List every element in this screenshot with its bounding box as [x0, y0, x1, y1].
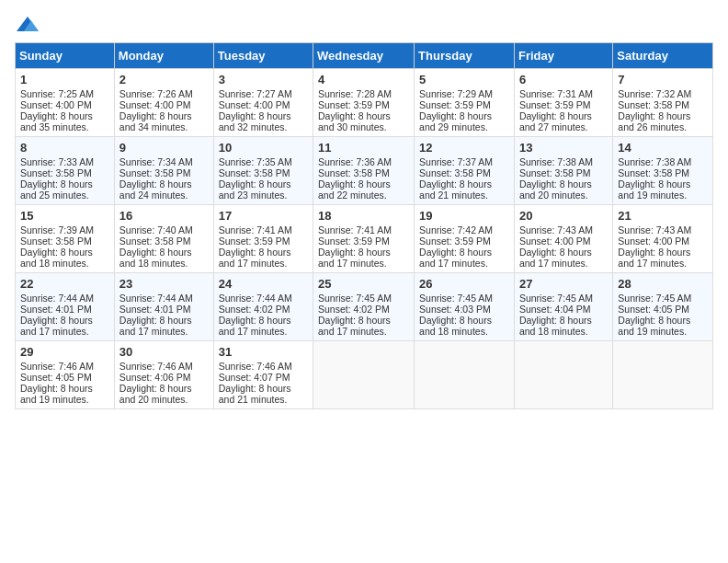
calendar-day-cell: 5Sunrise: 7:29 AMSunset: 3:59 PMDaylight…	[415, 69, 515, 137]
sunset: Sunset: 3:59 PM	[419, 236, 491, 247]
day-number: 22	[20, 277, 109, 291]
sunset: Sunset: 4:04 PM	[519, 304, 591, 315]
calendar-day-cell: 20Sunrise: 7:43 AMSunset: 4:00 PMDayligh…	[514, 205, 612, 273]
calendar-day-cell: 9Sunrise: 7:34 AMSunset: 3:58 PMDaylight…	[114, 137, 213, 205]
daylight: Daylight: 8 hours and 17 minutes.	[119, 315, 192, 337]
calendar-day-header: Sunday	[16, 43, 115, 69]
sunset: Sunset: 4:05 PM	[20, 372, 92, 383]
sunrise: Sunrise: 7:46 AM	[119, 361, 193, 372]
day-number: 18	[318, 209, 409, 223]
day-number: 28	[618, 277, 708, 291]
calendar-day-cell: 11Sunrise: 7:36 AMSunset: 3:58 PMDayligh…	[313, 137, 415, 205]
sunset: Sunset: 4:07 PM	[219, 372, 290, 383]
sunrise: Sunrise: 7:27 AM	[219, 88, 292, 99]
daylight: Daylight: 8 hours and 23 minutes.	[219, 178, 291, 201]
sunrise: Sunrise: 7:44 AM	[219, 293, 292, 304]
daylight: Daylight: 8 hours and 29 minutes.	[419, 110, 492, 132]
calendar-day-cell: 3Sunrise: 7:27 AMSunset: 4:00 PMDaylight…	[213, 69, 313, 137]
sunset: Sunset: 3:58 PM	[519, 167, 591, 178]
calendar: SundayMondayTuesdayWednesdayThursdayFrid…	[15, 42, 713, 409]
sunset: Sunset: 4:05 PM	[618, 304, 689, 315]
calendar-week-row: 8Sunrise: 7:33 AMSunset: 3:58 PMDaylight…	[16, 137, 713, 205]
daylight: Daylight: 8 hours and 19 minutes.	[618, 315, 690, 337]
day-number: 30	[119, 345, 209, 359]
page-header	[15, 15, 713, 35]
sunset: Sunset: 3:58 PM	[119, 167, 191, 178]
daylight: Daylight: 8 hours and 17 minutes.	[318, 315, 391, 337]
calendar-day-cell	[613, 341, 713, 409]
sunset: Sunset: 4:00 PM	[618, 236, 689, 247]
day-number: 27	[519, 277, 608, 291]
calendar-week-row: 1Sunrise: 7:25 AMSunset: 4:00 PMDaylight…	[16, 69, 713, 137]
calendar-day-cell: 27Sunrise: 7:45 AMSunset: 4:04 PMDayligh…	[514, 273, 612, 341]
day-number: 6	[519, 73, 608, 86]
sunset: Sunset: 4:06 PM	[119, 372, 191, 383]
calendar-week-row: 29Sunrise: 7:46 AMSunset: 4:05 PMDayligh…	[16, 341, 713, 409]
sunrise: Sunrise: 7:46 AM	[219, 361, 292, 372]
day-number: 17	[219, 209, 308, 223]
daylight: Daylight: 8 hours and 27 minutes.	[519, 110, 592, 132]
daylight: Daylight: 8 hours and 19 minutes.	[20, 383, 93, 405]
calendar-day-cell: 25Sunrise: 7:45 AMSunset: 4:02 PMDayligh…	[313, 273, 415, 341]
sunset: Sunset: 4:01 PM	[20, 304, 92, 315]
sunrise: Sunrise: 7:45 AM	[419, 293, 493, 304]
calendar-day-header: Monday	[114, 43, 213, 69]
calendar-day-cell: 7Sunrise: 7:32 AMSunset: 3:58 PMDaylight…	[613, 69, 713, 137]
daylight: Daylight: 8 hours and 17 minutes.	[219, 247, 291, 269]
sunset: Sunset: 4:00 PM	[20, 99, 92, 110]
calendar-day-cell: 15Sunrise: 7:39 AMSunset: 3:58 PMDayligh…	[16, 205, 115, 273]
sunrise: Sunrise: 7:44 AM	[20, 293, 94, 304]
calendar-day-cell: 6Sunrise: 7:31 AMSunset: 3:59 PMDaylight…	[514, 69, 612, 137]
calendar-day-header: Friday	[514, 43, 612, 69]
sunrise: Sunrise: 7:41 AM	[219, 224, 292, 236]
sunset: Sunset: 3:59 PM	[419, 99, 491, 110]
sunrise: Sunrise: 7:43 AM	[519, 224, 593, 236]
daylight: Daylight: 8 hours and 21 minutes.	[219, 383, 291, 405]
calendar-day-cell: 14Sunrise: 7:38 AMSunset: 3:58 PMDayligh…	[613, 137, 713, 205]
sunset: Sunset: 3:58 PM	[20, 167, 92, 178]
daylight: Daylight: 8 hours and 17 minutes.	[20, 315, 93, 337]
day-number: 1	[20, 73, 109, 86]
calendar-day-cell: 2Sunrise: 7:26 AMSunset: 4:00 PMDaylight…	[114, 69, 213, 137]
day-number: 31	[219, 345, 308, 359]
daylight: Daylight: 8 hours and 18 minutes.	[119, 247, 192, 269]
calendar-day-cell: 13Sunrise: 7:38 AMSunset: 3:58 PMDayligh…	[514, 137, 612, 205]
daylight: Daylight: 8 hours and 19 minutes.	[618, 178, 690, 201]
day-number: 2	[119, 73, 209, 86]
day-number: 19	[419, 209, 509, 223]
sunrise: Sunrise: 7:44 AM	[119, 293, 193, 304]
day-number: 14	[618, 141, 708, 155]
day-number: 4	[318, 73, 409, 86]
day-number: 10	[219, 141, 308, 155]
sunset: Sunset: 4:02 PM	[318, 304, 390, 315]
calendar-day-header: Thursday	[415, 43, 515, 69]
calendar-day-cell: 19Sunrise: 7:42 AMSunset: 3:59 PMDayligh…	[415, 205, 515, 273]
calendar-day-cell: 28Sunrise: 7:45 AMSunset: 4:05 PMDayligh…	[613, 273, 713, 341]
sunrise: Sunrise: 7:31 AM	[519, 88, 593, 99]
day-number: 7	[618, 73, 708, 86]
calendar-week-row: 22Sunrise: 7:44 AMSunset: 4:01 PMDayligh…	[16, 273, 713, 341]
calendar-day-cell: 1Sunrise: 7:25 AMSunset: 4:00 PMDaylight…	[16, 69, 115, 137]
day-number: 29	[20, 345, 109, 359]
sunrise: Sunrise: 7:38 AM	[519, 156, 593, 167]
calendar-day-header: Saturday	[613, 43, 713, 69]
sunset: Sunset: 3:59 PM	[318, 236, 390, 247]
daylight: Daylight: 8 hours and 24 minutes.	[119, 178, 192, 201]
daylight: Daylight: 8 hours and 34 minutes.	[119, 110, 192, 132]
day-number: 13	[519, 141, 608, 155]
sunrise: Sunrise: 7:46 AM	[20, 361, 94, 372]
calendar-day-cell: 30Sunrise: 7:46 AMSunset: 4:06 PMDayligh…	[114, 341, 213, 409]
sunset: Sunset: 3:59 PM	[318, 99, 390, 110]
day-number: 24	[219, 277, 308, 291]
daylight: Daylight: 8 hours and 17 minutes.	[519, 247, 592, 269]
daylight: Daylight: 8 hours and 25 minutes.	[20, 178, 93, 201]
calendar-day-cell: 31Sunrise: 7:46 AMSunset: 4:07 PMDayligh…	[213, 341, 313, 409]
sunrise: Sunrise: 7:40 AM	[119, 224, 193, 236]
calendar-day-cell: 29Sunrise: 7:46 AMSunset: 4:05 PMDayligh…	[16, 341, 115, 409]
sunrise: Sunrise: 7:28 AM	[318, 88, 392, 99]
sunset: Sunset: 4:00 PM	[219, 99, 290, 110]
daylight: Daylight: 8 hours and 20 minutes.	[119, 383, 192, 405]
sunrise: Sunrise: 7:41 AM	[318, 224, 392, 236]
logo-icon	[15, 15, 40, 35]
calendar-day-cell: 21Sunrise: 7:43 AMSunset: 4:00 PMDayligh…	[613, 205, 713, 273]
